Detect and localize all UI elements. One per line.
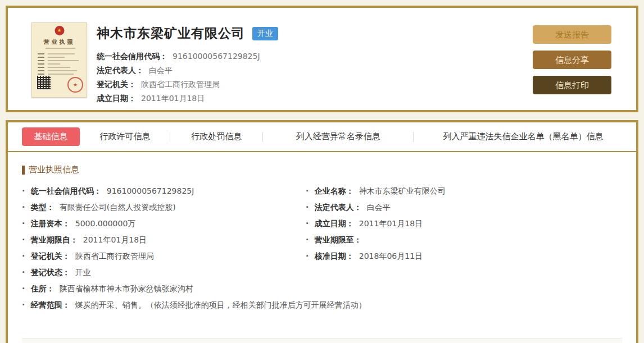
tab-administrative-license-info[interactable]: 行政许可信息 [80, 131, 170, 142]
company-detail-panel: 基础信息 行政许可信息 行政处罚信息 列入经营异常名录信息 列入严重违法失信企业… [6, 120, 638, 343]
company-summary: 神木市东梁矿业有限公司 开业 统一社会信用代码：9161000056712982… [97, 25, 278, 106]
field-row: 类型：有限责任公司(自然人投资或控股) 法定代表人：白会平 [22, 199, 622, 216]
field-row: 登记机关：陕西省工商行政管理局 核准日期：2018年06月11日 [22, 248, 622, 264]
tab-basic-info[interactable]: 基础信息 [22, 127, 80, 146]
field-company-type: 类型：有限责任公司(自然人投资或控股) [22, 199, 306, 216]
field-row: 统一社会信用代码：91610000567129825J 企业名称：神木市东梁矿业… [22, 183, 622, 199]
tab-administrative-penalty-info[interactable]: 行政处罚信息 [170, 131, 262, 142]
status-badge: 开业 [252, 27, 278, 40]
field-legal-representative: 法定代表人：白会平 [306, 199, 622, 216]
section-title-bar [22, 166, 25, 175]
share-info-button[interactable]: 信息分享 [533, 51, 611, 69]
red-seal-icon: ★ [67, 77, 83, 93]
field-credit-code: 统一社会信用代码：91610000567129825J [22, 183, 306, 199]
field-row: 营业期限自：2011年01月18日 营业期限至： [22, 232, 622, 248]
print-info-button[interactable]: 信息打印 [533, 76, 611, 94]
field-row: 登记状态：开业 [22, 264, 622, 281]
field-registration-status: 登记状态：开业 [22, 264, 306, 281]
field-row: 注册资本：5000.000000万 成立日期：2011年01月18日 [22, 216, 622, 232]
field-business-scope: 经营范围：煤炭的开采、销售。（依法须经批准的项目，经相关部门批准后方可开展经营活… [22, 297, 622, 313]
license-text-line [38, 74, 81, 75]
field-empty [306, 264, 622, 281]
field-company-name: 企业名称：神木市东梁矿业有限公司 [306, 183, 622, 199]
header-field-establishment-date: 成立日期：2011年01月18日 [97, 92, 278, 106]
header-field-legal-representative: 法定代表人：白会平 [97, 63, 278, 77]
header-field-registration-authority: 登记机关：陕西省工商行政管理局 [97, 77, 278, 92]
tab-bar: 基础信息 行政许可信息 行政处罚信息 列入经营异常名录信息 列入严重违法失信企业… [8, 122, 636, 152]
field-registered-capital: 注册资本：5000.000000万 [22, 216, 306, 232]
business-license-image: ★ 营业执照 ★ [31, 22, 87, 98]
field-row: 经营范围：煤炭的开采、销售。（依法须经批准的项目，经相关部门批准后方可开展经营活… [22, 297, 622, 313]
send-report-button[interactable]: 发送报告 [533, 25, 611, 44]
next-section-area [22, 339, 622, 343]
license-info-fields: 统一社会信用代码：91610000567129825J 企业名称：神木市东梁矿业… [22, 183, 622, 313]
header-actions: 发送报告 信息分享 信息打印 [533, 25, 611, 101]
national-emblem-icon: ★ [55, 26, 64, 35]
license-title: 营业执照 [32, 38, 87, 46]
license-text-line [38, 53, 81, 55]
qr-code-icon [37, 76, 51, 89]
tab-serious-violations-blacklist-info[interactable]: 列入严重违法失信企业名单（黑名单）信息 [414, 131, 633, 142]
field-address: 住所：陕西省榆林市神木市孙家岔镇张家沟村 [22, 281, 622, 297]
license-text-line [38, 67, 81, 68]
field-business-term-to: 营业期限至： [306, 232, 622, 248]
section-title: 营业执照信息 [22, 164, 622, 175]
header-field-credit-code: 统一社会信用代码：91610000567129825J [97, 49, 278, 63]
license-text-line [38, 63, 81, 65]
field-registration-authority: 登记机关：陕西省工商行政管理局 [22, 248, 306, 264]
license-text-line [38, 70, 81, 72]
field-business-term-from: 营业期限自：2011年01月18日 [22, 232, 306, 248]
section-title-text: 营业执照信息 [29, 164, 79, 175]
license-text-line [38, 57, 81, 58]
field-establishment-date: 成立日期：2011年01月18日 [306, 216, 622, 232]
license-info-section: 营业执照信息 统一社会信用代码：91610000567129825J 企业名称：… [8, 152, 636, 343]
company-name: 神木市东梁矿业有限公司 [97, 25, 245, 42]
license-text-line [38, 60, 81, 62]
field-approval-date: 核准日期：2018年06月11日 [306, 248, 622, 264]
license-divider [46, 48, 75, 49]
tab-abnormal-operations-list-info[interactable]: 列入经营异常名录信息 [263, 131, 413, 142]
field-row: 住所：陕西省榆林市神木市孙家岔镇张家沟村 [22, 281, 622, 297]
company-header-panel: ★ 营业执照 ★ 神木市东梁矿业有限公司 开业 统一社会信用代码：9161000… [6, 6, 638, 112]
